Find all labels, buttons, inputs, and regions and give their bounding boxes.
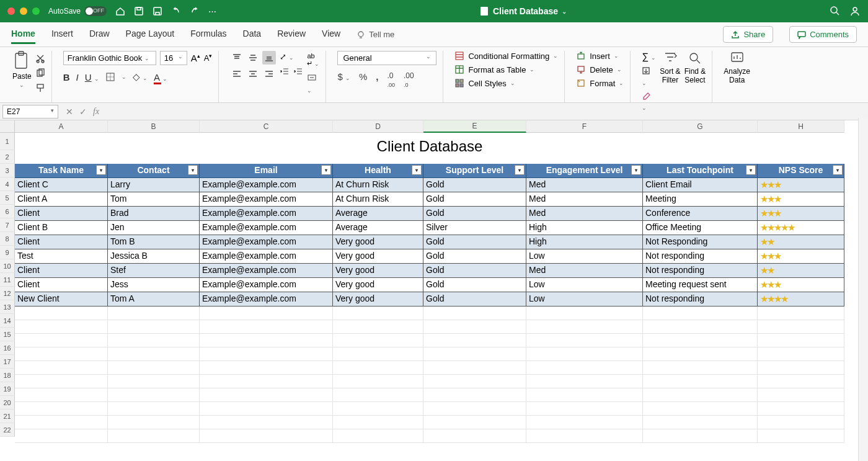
currency-button[interactable]: $ ⌄ bbox=[337, 71, 350, 89]
cell[interactable] bbox=[333, 347, 423, 361]
align-middle-icon[interactable] bbox=[246, 51, 260, 65]
cell[interactable] bbox=[423, 320, 526, 334]
minimize-window-button[interactable] bbox=[20, 7, 27, 15]
cell[interactable] bbox=[200, 361, 333, 375]
copy-icon[interactable] bbox=[35, 68, 45, 78]
cell[interactable] bbox=[423, 347, 526, 361]
font-color-button[interactable]: A ⌄ bbox=[154, 72, 167, 83]
cell[interactable] bbox=[526, 320, 643, 334]
cell[interactable]: Med bbox=[526, 192, 643, 207]
cell[interactable]: Med bbox=[526, 207, 643, 221]
fill-color-button[interactable]: ◇ ⌄ bbox=[133, 71, 148, 83]
cell[interactable]: Test bbox=[15, 249, 108, 264]
column-header-G[interactable]: G bbox=[643, 120, 758, 133]
cell[interactable] bbox=[643, 416, 758, 429]
close-window-button[interactable] bbox=[7, 7, 15, 15]
increase-indent-icon[interactable] bbox=[293, 66, 303, 76]
cell[interactable] bbox=[526, 402, 643, 416]
cell[interactable] bbox=[643, 334, 758, 347]
cell[interactable]: ★★ bbox=[758, 235, 844, 249]
cell[interactable]: ★★★ bbox=[758, 178, 844, 192]
cell[interactable] bbox=[643, 320, 758, 334]
maximize-window-button[interactable] bbox=[32, 7, 40, 15]
cell[interactable]: Gold bbox=[423, 235, 526, 249]
filter-button[interactable]: ▾ bbox=[746, 165, 756, 175]
row-header[interactable]: 16 bbox=[0, 341, 15, 355]
column-header-F[interactable]: F bbox=[526, 120, 643, 133]
cell[interactable] bbox=[15, 402, 108, 416]
column-header-E[interactable]: E bbox=[423, 120, 526, 133]
tab-home[interactable]: Home bbox=[11, 25, 35, 44]
italic-button[interactable]: I bbox=[76, 72, 79, 83]
insert-cells-button[interactable]: Insert ⌄ bbox=[576, 51, 624, 61]
cell[interactable]: Jess bbox=[108, 278, 200, 292]
align-top-icon[interactable] bbox=[230, 51, 244, 65]
cell[interactable] bbox=[423, 388, 526, 402]
cell[interactable] bbox=[526, 416, 643, 429]
percent-button[interactable]: % bbox=[359, 71, 367, 89]
cell[interactable] bbox=[200, 416, 333, 429]
cell[interactable]: Very good bbox=[333, 249, 423, 264]
cell[interactable] bbox=[108, 320, 200, 334]
share-button[interactable]: Share bbox=[723, 26, 773, 43]
cell[interactable] bbox=[333, 402, 423, 416]
cell[interactable] bbox=[108, 429, 200, 443]
user-icon[interactable] bbox=[849, 6, 861, 17]
delete-cells-button[interactable]: Delete ⌄ bbox=[576, 65, 624, 74]
cell[interactable]: Gold bbox=[423, 264, 526, 278]
cell[interactable]: Example@example.com bbox=[200, 278, 333, 292]
comments-button[interactable]: Comments bbox=[789, 26, 857, 43]
fill-button[interactable] bbox=[642, 66, 650, 75]
cell[interactable] bbox=[758, 375, 844, 388]
row-header[interactable]: 19 bbox=[0, 382, 15, 396]
cell[interactable] bbox=[423, 361, 526, 375]
cell[interactable] bbox=[333, 320, 423, 334]
clear-button[interactable] bbox=[642, 91, 650, 100]
conditional-formatting-button[interactable]: Conditional Formatting ⌄ bbox=[454, 51, 558, 61]
tab-review[interactable]: Review bbox=[277, 25, 306, 44]
cell[interactable] bbox=[526, 388, 643, 402]
cell[interactable]: ★★★ bbox=[758, 249, 844, 264]
cancel-formula-icon[interactable]: ✕ bbox=[66, 107, 73, 117]
row-header[interactable]: 3 bbox=[0, 164, 15, 177]
tab-formulas[interactable]: Formulas bbox=[190, 25, 226, 44]
cell[interactable]: Average bbox=[333, 207, 423, 221]
cell[interactable] bbox=[200, 320, 333, 334]
cell[interactable]: Not responding bbox=[643, 292, 758, 307]
cell[interactable]: Jen bbox=[108, 221, 200, 235]
sort-filter-button[interactable]: Sort & Filter bbox=[660, 51, 680, 84]
cell[interactable] bbox=[108, 375, 200, 388]
cell[interactable] bbox=[200, 429, 333, 443]
cell[interactable] bbox=[333, 361, 423, 375]
fx-icon[interactable]: fx bbox=[93, 107, 99, 117]
cell[interactable] bbox=[758, 388, 844, 402]
format-painter-icon[interactable] bbox=[35, 83, 45, 93]
align-right-icon[interactable] bbox=[262, 67, 276, 81]
cell[interactable]: Silver bbox=[423, 221, 526, 235]
cell[interactable] bbox=[200, 307, 333, 320]
cell[interactable] bbox=[423, 416, 526, 429]
cell[interactable] bbox=[758, 402, 844, 416]
wrap-text-button[interactable]: ab↵ ⌄ bbox=[307, 52, 319, 68]
row-header[interactable]: 9 bbox=[0, 246, 15, 259]
row-header[interactable]: 17 bbox=[0, 355, 15, 369]
cell[interactable]: Example@example.com bbox=[200, 249, 333, 264]
cell[interactable]: Client bbox=[15, 278, 108, 292]
cell[interactable] bbox=[333, 416, 423, 429]
row-header[interactable]: 14 bbox=[0, 314, 15, 328]
cell[interactable]: Example@example.com bbox=[200, 192, 333, 207]
cell[interactable]: Example@example.com bbox=[200, 264, 333, 278]
cell[interactable] bbox=[423, 307, 526, 320]
cell[interactable]: ★★★★★ bbox=[758, 221, 844, 235]
table-header[interactable]: Contact▾ bbox=[108, 164, 200, 178]
align-bottom-icon[interactable] bbox=[262, 51, 276, 65]
cell[interactable] bbox=[15, 375, 108, 388]
table-header[interactable]: Health▾ bbox=[333, 164, 423, 178]
cell[interactable]: At Churn Risk bbox=[333, 178, 423, 192]
cell[interactable] bbox=[758, 307, 844, 320]
tab-data[interactable]: Data bbox=[243, 25, 262, 44]
cell[interactable] bbox=[758, 320, 844, 334]
cell[interactable] bbox=[526, 429, 643, 443]
cell[interactable] bbox=[15, 429, 108, 443]
cell[interactable] bbox=[200, 402, 333, 416]
